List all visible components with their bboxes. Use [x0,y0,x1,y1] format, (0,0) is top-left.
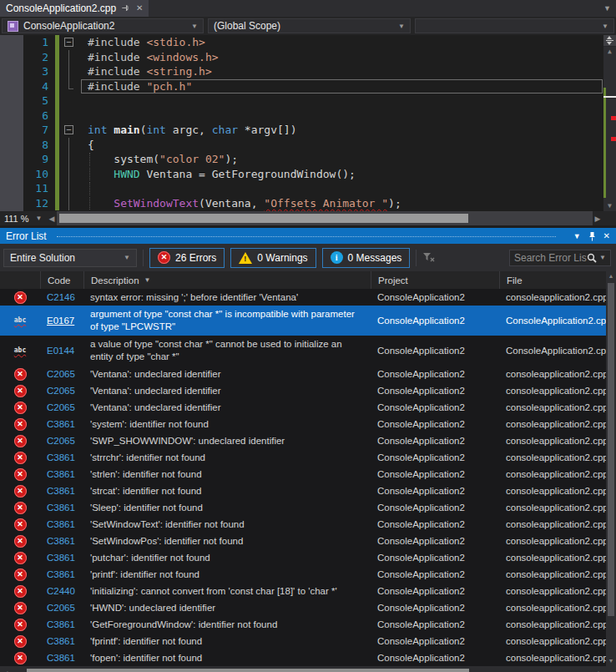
fold-margin[interactable]: – [59,123,81,138]
zoom-level-dropdown[interactable]: 111 % ▼ [0,214,47,224]
error-row[interactable]: ✕C3861'printf': identifier not foundCons… [0,566,606,583]
error-code-link[interactable]: C3861 [40,553,83,563]
scroll-up-icon[interactable]: ▲ [606,271,616,281]
document-list-chevron-icon[interactable]: ▼ [598,0,616,17]
error-row[interactable]: ✕C3861'fprintf': identifier not foundCon… [0,633,606,649]
scrollbar-thumb[interactable] [27,669,469,672]
error-row[interactable]: ✕C3861'SetWindowText': identifier not fo… [0,516,606,533]
code-line[interactable]: 2#include <windows.h> [0,50,616,65]
errors-filter-button[interactable]: ✕ 26 Errors [149,248,225,268]
fold-margin[interactable] [59,50,81,65]
pin-icon[interactable] [588,231,596,241]
messages-filter-button[interactable]: i 0 Messages [322,248,411,268]
fold-margin[interactable]: – [59,35,81,50]
error-code-link[interactable]: E0167 [40,316,83,326]
error-code-link[interactable]: C3861 [40,419,83,429]
fold-margin[interactable] [59,152,81,167]
error-code-link[interactable]: C2440 [40,586,83,596]
scroll-down-icon[interactable]: ▼ [606,656,616,666]
warnings-filter-button[interactable]: 0 Warnings [230,248,316,268]
error-code-link[interactable]: C2065 [40,603,83,613]
pin-icon[interactable] [122,4,130,13]
code-line[interactable]: 11 [0,181,616,196]
code-line[interactable]: 1–#include <stdio.h> [0,35,616,50]
code-line[interactable]: 7–int main(int argc, char *argv[]) [0,123,616,138]
drag-handle-dots[interactable] [57,236,556,237]
window-position-chevron-icon[interactable]: ▼ [573,232,581,240]
code-line[interactable]: 3#include <string.h> [0,64,616,79]
scrollbar-track[interactable] [603,56,616,200]
error-row[interactable]: abcE0144a value of type "const char *" c… [0,336,606,366]
fold-margin[interactable] [59,181,81,196]
code-line[interactable]: 12 SetWindowText(Ventana, "Offsets Anima… [0,196,616,211]
error-code-link[interactable]: C2065 [40,386,83,396]
scroll-left-icon[interactable]: ◀ [47,215,57,223]
code-line[interactable]: 5 [0,93,616,109]
search-icon[interactable] [587,253,597,263]
error-code-link[interactable]: C3861 [40,636,83,646]
error-code-link[interactable]: C2065 [40,436,83,446]
code-line[interactable]: 4#include "pch.h" [0,79,616,94]
error-row[interactable]: ✕C3861'system': identifier not foundCons… [0,416,606,432]
error-row[interactable]: ✕C2065'HWND': undeclared identifierConso… [0,599,606,616]
document-tab[interactable]: ConsoleApplication2.cpp ✕ [0,0,149,17]
project-column-header[interactable]: Project [371,271,499,289]
error-row[interactable]: ✕C3861'strcat': identifier not foundCons… [0,483,606,499]
error-row[interactable]: ✕C2440'initializing': cannot convert fro… [0,583,606,599]
description-column-header[interactable]: Description ▼ [83,271,371,289]
code-line[interactable]: 10 HWND Ventana = GetForegroundWindow(); [0,167,616,182]
scrollbar-track[interactable] [10,666,596,672]
severity-column-header[interactable] [0,271,40,289]
fold-margin[interactable] [59,109,81,124]
scroll-left-icon[interactable]: ◀ [0,669,10,672]
scrollbar-thumb[interactable] [59,214,468,223]
clear-filter-icon[interactable] [422,252,435,263]
member-dropdown[interactable]: ▼ [415,18,614,33]
error-row[interactable]: abcE0167argument of type "const char *" … [0,306,606,336]
close-panel-icon[interactable]: ✕ [603,231,610,240]
error-row[interactable]: ✕C2146syntax error: missing ';' before i… [0,289,606,306]
error-row[interactable]: ✕C2065'SWP_SHOWWINDOW': undeclared ident… [0,432,606,449]
error-row[interactable]: ✕C3861'putchar': identifier not foundCon… [0,549,606,566]
error-row[interactable]: ✕C2065'Ventana': undeclared identifierCo… [0,366,606,382]
scroll-right-icon[interactable]: ▶ [596,669,606,672]
error-row[interactable]: ✕C3861'Sleep': identifier not foundConso… [0,499,606,516]
error-code-link[interactable]: C2065 [40,369,83,379]
error-list-title-bar[interactable]: Error List ▼ ✕ [0,228,616,244]
scroll-right-icon[interactable]: ▶ [593,215,603,223]
error-code-link[interactable]: C2146 [40,292,83,302]
error-row[interactable]: ✕C2065'Ventana': undeclared identifierCo… [0,382,606,399]
error-code-link[interactable]: C3861 [40,569,83,579]
error-code-link[interactable]: C3861 [40,519,83,529]
splitter-handle-icon[interactable] [603,35,616,47]
error-row[interactable]: ✕C2065'Ventana': undeclared identifierCo… [0,399,606,416]
scroll-down-icon[interactable]: ▼ [603,201,616,211]
chevron-down-icon[interactable]: ▼ [599,254,606,261]
search-error-list-box[interactable]: Search Error List ▼ [509,250,611,266]
error-code-link[interactable]: C3861 [40,619,83,629]
scope-filter-dropdown[interactable]: Entire Solution ▼ [3,249,137,267]
code-line[interactable]: 9 system("color 02"); [0,152,616,167]
collapse-box-icon[interactable]: – [64,38,73,47]
fold-margin[interactable] [59,167,81,182]
scrollbar-thumb[interactable] [608,283,614,616]
error-code-link[interactable]: E0144 [40,346,83,356]
error-code-link[interactable]: C3861 [40,503,83,513]
fold-margin[interactable] [59,138,81,153]
error-code-link[interactable]: C3861 [40,536,83,546]
project-dropdown[interactable]: ConsoleApplication2 ▼ [2,18,204,33]
error-code-link[interactable]: C3861 [40,653,83,663]
collapse-box-icon[interactable]: – [64,125,73,134]
code-editor[interactable]: 1–#include <stdio.h>2#include <windows.h… [0,35,616,211]
fold-margin[interactable] [59,93,81,109]
scope-dropdown[interactable]: (Global Scope) ▼ [208,18,411,33]
error-code-link[interactable]: C2065 [40,402,83,412]
error-code-link[interactable]: C3861 [40,469,83,479]
fold-margin[interactable] [59,79,81,94]
error-code-link[interactable]: C3861 [40,486,83,496]
error-list-vertical-scrollbar[interactable]: ▲ ▼ [606,271,616,666]
fold-margin[interactable] [59,64,81,79]
close-tab-icon[interactable]: ✕ [136,4,143,13]
code-line[interactable]: 6 [0,109,616,124]
code-line[interactable]: 8{ [0,138,616,153]
